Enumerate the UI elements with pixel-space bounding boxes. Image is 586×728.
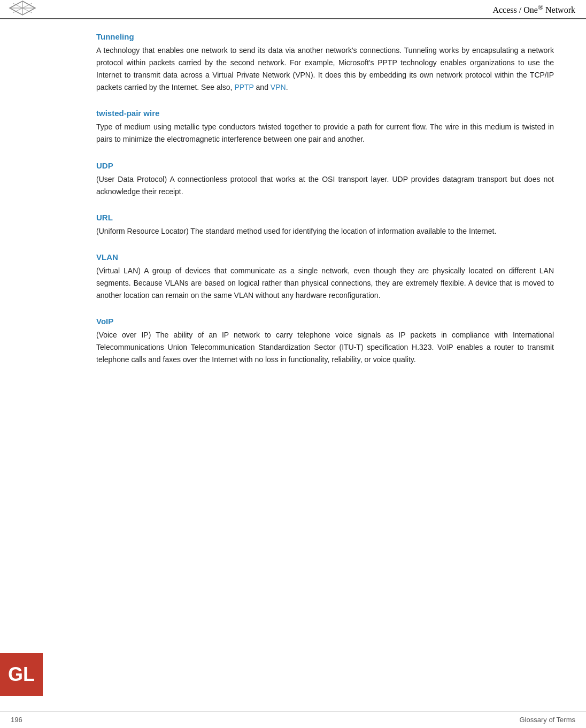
main-content: Tunneling A technology that enables one … xyxy=(0,19,586,392)
section-body-voip: (Voice over IP) The ability of an IP net… xyxy=(96,329,554,366)
header-network: Network xyxy=(545,5,575,14)
header-logo xyxy=(9,0,36,18)
page-header: Access / One® Network xyxy=(0,0,586,19)
section-title-voip: VoIP xyxy=(96,317,554,326)
section-udp: UDP (User Data Protocol) A connectionles… xyxy=(96,161,554,198)
section-body-twisted-pair-wire: Type of medium using metallic type condu… xyxy=(96,121,554,145)
gl-tab-label: GL xyxy=(8,663,35,686)
gl-sidebar-tab: GL xyxy=(0,653,43,696)
page-footer: 196 Glossary of Terms xyxy=(0,711,586,728)
section-body-url: (Uniform Resource Locator) The standard … xyxy=(96,225,554,237)
link-pptp[interactable]: PPTP xyxy=(234,83,253,91)
header-brand: Access / One xyxy=(492,5,537,14)
footer-section-title: Glossary of Terms xyxy=(519,716,575,724)
header-title-text: Access / One® Network xyxy=(492,3,575,15)
section-title-udp: UDP xyxy=(96,161,554,170)
section-body-tunneling: A technology that enables one network to… xyxy=(96,44,554,94)
section-body-vlan: (Virtual LAN) A group of devices that co… xyxy=(96,265,554,302)
section-twisted-pair-wire: twisted-pair wire Type of medium using m… xyxy=(96,109,554,145)
section-title-tunneling: Tunneling xyxy=(96,32,554,41)
section-title-vlan: VLAN xyxy=(96,252,554,262)
footer-page-number: 196 xyxy=(11,716,22,724)
section-vlan: VLAN (Virtual LAN) A group of devices th… xyxy=(96,252,554,302)
link-vpn[interactable]: VPN xyxy=(271,83,286,91)
section-title-url: URL xyxy=(96,213,554,222)
section-tunneling: Tunneling A technology that enables one … xyxy=(96,32,554,94)
header-trademark: ® xyxy=(538,3,543,11)
section-voip: VoIP (Voice over IP) The ability of an I… xyxy=(96,317,554,366)
section-body-udp: (User Data Protocol) A connectionless pr… xyxy=(96,173,554,198)
section-title-twisted-pair-wire: twisted-pair wire xyxy=(96,109,554,118)
section-url: URL (Uniform Resource Locator) The stand… xyxy=(96,213,554,237)
